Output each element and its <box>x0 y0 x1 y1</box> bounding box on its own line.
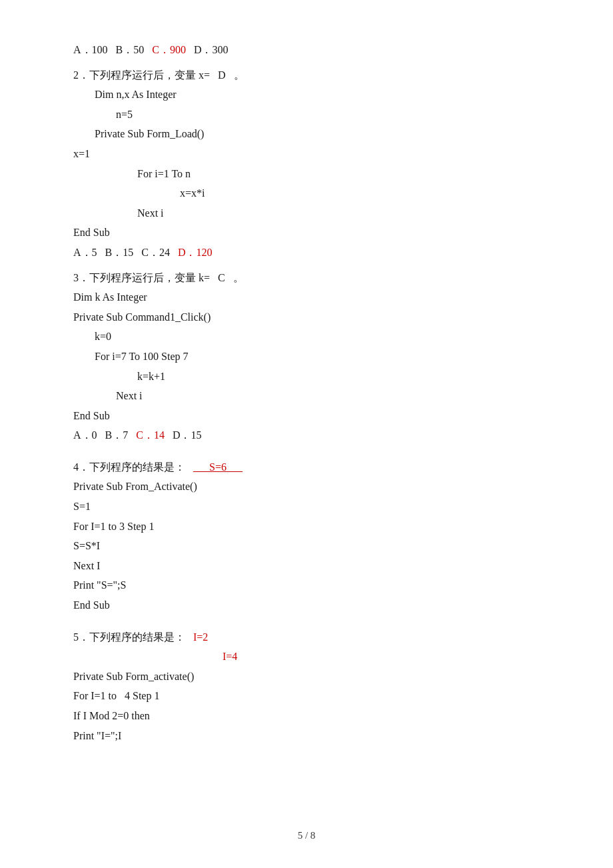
q5-code-2: For I=1 to 4 Step 1 <box>73 686 540 706</box>
q3-option-c: C．14 <box>136 429 165 441</box>
q2-code-7: Next i <box>73 203 540 223</box>
q2-code-8: End Sub <box>73 223 540 243</box>
q4-code-6: Print "S=";S <box>73 575 540 595</box>
q1-options-line: A．100 B．50 C．900 D．300 <box>73 40 540 60</box>
q2-code-1: Dim n,x As Integer <box>73 85 540 105</box>
q3-options: A．0 B．7 C．14 D．15 <box>73 425 540 445</box>
q4-code-3: For I=1 to 3 Step 1 <box>73 517 540 537</box>
q3-code-2: Private Sub Command1_Click() <box>73 307 540 327</box>
q4-code-4: S=S*I <box>73 536 540 556</box>
q3-code-7: End Sub <box>73 406 540 426</box>
q2-code-6: x=x*i <box>73 183 540 203</box>
q4-section: 4．下列程序的结果是： ___S=6___ Private Sub From_A… <box>73 457 540 615</box>
q2-section: 2．下列程序运行后，变量 x= D 。 Dim n,x As Integer n… <box>73 65 540 263</box>
q5-answer1: I=2 <box>193 631 208 643</box>
q2-code-2: n=5 <box>73 105 540 125</box>
q4-question: 4．下列程序的结果是： ___S=6___ <box>73 457 540 477</box>
q4-answer: ___S=6___ <box>193 461 243 473</box>
q3-code-4: For i=7 To 100 Step 7 <box>73 347 540 367</box>
q2-option-d: D．120 <box>178 247 213 258</box>
q3-code-3: k=0 <box>73 327 540 347</box>
q2-code-5: For i=1 To n <box>73 164 540 184</box>
q2-options: A．5 B．15 C．24 D．120 <box>73 243 540 263</box>
q4-code-5: Next I <box>73 556 540 576</box>
q5-section: 5．下列程序的结果是： I=2 I=4 Private Sub Form_act… <box>73 627 540 746</box>
q5-code-3: If I Mod 2=0 then <box>73 706 540 726</box>
q4-code-7: End Sub <box>73 595 540 615</box>
q3-code-6: Next i <box>73 386 540 406</box>
page-content: A．100 B．50 C．900 D．300 2．下列程序运行后，变量 x= D… <box>0 0 613 804</box>
q1-option-c: C．900 <box>152 44 186 55</box>
q3-section: 3．下列程序运行后，变量 k= C 。 Dim k As Integer Pri… <box>73 268 540 445</box>
q5-answer2-line: I=4 <box>73 647 540 667</box>
q3-question: 3．下列程序运行后，变量 k= C 。 <box>73 268 540 288</box>
q4-code-2: S=1 <box>73 497 540 517</box>
q4-code-1: Private Sub From_Activate() <box>73 477 540 497</box>
q5-code-4: Print "I=";I <box>73 726 540 746</box>
q5-answer2: I=4 <box>223 651 237 662</box>
q1-options-section: A．100 B．50 C．900 D．300 <box>73 40 540 60</box>
q2-question: 2．下列程序运行后，变量 x= D 。 <box>73 65 540 85</box>
q2-code-3: Private Sub Form_Load() <box>73 124 540 144</box>
q3-code-1: Dim k As Integer <box>73 287 540 307</box>
q5-code-1: Private Sub Form_activate() <box>73 667 540 687</box>
q2-code-4: x=1 <box>73 144 540 164</box>
q5-question: 5．下列程序的结果是： I=2 <box>73 627 540 647</box>
q3-code-5: k=k+1 <box>73 367 540 387</box>
page-number: 5 / 8 <box>298 830 316 841</box>
